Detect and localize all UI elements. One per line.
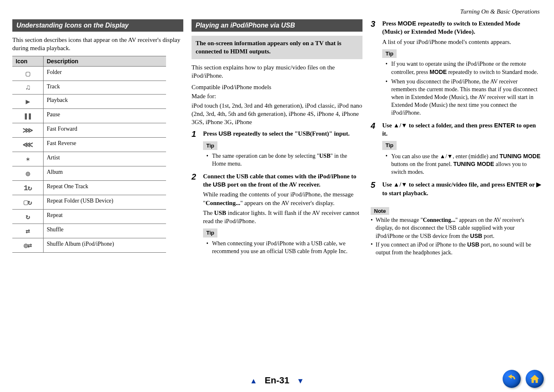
table-row: ⋙Fast Forward xyxy=(12,123,166,137)
step-number-1: 1 xyxy=(192,129,199,170)
shuffle-icon: ⇄ xyxy=(12,224,43,238)
step-2-sub-1: While reading the contents of your iPod/… xyxy=(203,190,362,207)
cell-desc: Pause xyxy=(43,108,166,123)
back-arrow-icon xyxy=(506,374,517,384)
next-page-icon[interactable]: ▼ xyxy=(297,377,304,385)
cell-desc: Track xyxy=(43,81,166,94)
track-icon: ♫ xyxy=(12,81,43,94)
tip-1-item: The same operation can be done by select… xyxy=(208,152,362,168)
icons-intro-text: This section describes icons that appear… xyxy=(12,36,183,53)
table-row: ⋘Fast Reverse xyxy=(12,137,166,152)
table-row: ✶Artist xyxy=(12,152,166,166)
step-1: 1 Press USB repeatedly to select the "US… xyxy=(192,129,362,170)
step-3-text: Press MODE repeatedly to switch to Exten… xyxy=(382,19,542,36)
tip-label: Tip xyxy=(203,228,217,238)
tip-label: Tip xyxy=(203,141,217,150)
table-row: ▶Playback xyxy=(12,94,166,108)
step-4-text: Use ▲/▼ to select a folder, and then pre… xyxy=(382,121,542,138)
table-row: ◍⇄Shuffle Album (iPod/iPhone) xyxy=(12,238,166,252)
column-2: Playing an iPod/iPhone via USB The on-sc… xyxy=(192,19,362,260)
note-item-2: If you connect an iPod or iPhone to the … xyxy=(371,241,542,257)
cell-desc: Repeat xyxy=(43,209,166,224)
step-2-text: Connect the USB cable that comes with th… xyxy=(203,172,362,189)
tip-label: Tip xyxy=(382,49,397,58)
table-row: ▢Folder xyxy=(12,66,166,81)
step-number-2: 2 xyxy=(192,172,199,257)
folder-icon: ▢ xyxy=(12,66,43,81)
shuffle-album-icon: ◍⇄ xyxy=(12,238,43,252)
step-3-sub: A list of your iPod/iPhone model's conte… xyxy=(382,38,542,46)
cell-desc: Artist xyxy=(43,152,166,166)
th-icon: Icon xyxy=(12,56,43,66)
tip-2-item: When connecting your iPod/iPhone with a … xyxy=(208,240,362,256)
icons-table: Icon Description ▢Folder ♫Track ▶Playbac… xyxy=(12,56,166,253)
page-footer: ▲ En-31 ▼ xyxy=(0,375,554,386)
step-number-4: 4 xyxy=(371,121,378,178)
step-5: 5 Use ▲/▼ to select a music/video file, … xyxy=(371,180,542,197)
cell-desc: Fast Reverse xyxy=(43,137,166,152)
hdmi-callout: The on-screen information appears only o… xyxy=(192,36,362,59)
artist-icon: ✶ xyxy=(12,152,43,166)
note-label: Note xyxy=(371,207,389,215)
cell-desc: Shuffle Album (iPod/iPhone) xyxy=(43,238,166,252)
ipod-intro-3: Made for: xyxy=(192,92,362,100)
step-3: 3 Press MODE repeatedly to switch to Ext… xyxy=(371,19,542,119)
ipod-intro-4: iPod touch (1st, 2nd, 3rd and 4th genera… xyxy=(192,101,362,127)
ipod-intro-1: This section explains how to play music/… xyxy=(192,63,362,80)
table-row: ❚❚Pause xyxy=(12,108,166,123)
back-button[interactable] xyxy=(503,370,521,388)
cell-desc: Folder xyxy=(43,66,166,81)
cell-desc: Album xyxy=(43,166,166,180)
ipod-intro-2: Compatible iPod/iPhone models xyxy=(192,83,362,91)
cell-desc: Playback xyxy=(43,94,166,108)
note-item-1: While the message "Connecting..." appear… xyxy=(371,217,542,240)
repeat-folder-icon: ▢↻ xyxy=(12,195,43,209)
section-header-icons: Understanding Icons on the Display xyxy=(12,19,183,32)
repeat-icon: ↻ xyxy=(12,209,43,224)
header-breadcrumb: Turning On & Basic Operations xyxy=(12,8,542,15)
tip-4-item: You can also use the ▲/▼, enter (middle)… xyxy=(387,152,542,177)
column-1: Understanding Icons on the Display This … xyxy=(12,19,183,260)
tip-label: Tip xyxy=(382,141,397,150)
tip-3-list: If you want to operate using the iPod/iP… xyxy=(382,60,542,117)
home-button[interactable] xyxy=(526,370,544,388)
step-4: 4 Use ▲/▼ to select a folder, and then p… xyxy=(371,121,542,178)
fast-forward-icon: ⋙ xyxy=(12,123,43,137)
cell-desc: Shuffle xyxy=(43,224,166,238)
repeat-one-icon: 1↻ xyxy=(12,180,43,195)
tip-2-list: When connecting your iPod/iPhone with a … xyxy=(203,240,362,256)
section-header-ipod: Playing an iPod/iPhone via USB xyxy=(192,19,362,32)
table-row: ⇄Shuffle xyxy=(12,224,166,238)
table-row: ▢↻Repeat Folder (USB Device) xyxy=(12,195,166,209)
cell-desc: Repeat Folder (USB Device) xyxy=(43,195,166,209)
step-1-text: Press USB repeatedly to select the "USB(… xyxy=(203,129,362,138)
table-row: ↻Repeat xyxy=(12,209,166,224)
prev-page-icon[interactable]: ▲ xyxy=(250,377,257,385)
note-list: While the message "Connecting..." appear… xyxy=(371,217,542,257)
page-number: En-31 xyxy=(265,375,289,385)
table-row: ◍Album xyxy=(12,166,166,180)
step-2-sub-2: The USB indicator lights. It will flash … xyxy=(203,209,362,226)
tip-3-item-1: If you want to operate using the iPod/iP… xyxy=(387,60,542,76)
playback-icon: ▶ xyxy=(12,94,43,108)
fast-reverse-icon: ⋘ xyxy=(12,137,43,152)
tip-4-list: You can also use the ▲/▼, enter (middle)… xyxy=(382,152,542,177)
step-2: 2 Connect the USB cable that comes with … xyxy=(192,172,362,257)
step-number-3: 3 xyxy=(371,19,378,119)
album-icon: ◍ xyxy=(12,166,43,180)
step-number-5: 5 xyxy=(371,180,378,197)
cell-desc: Fast Forward xyxy=(43,123,166,137)
tip-3-item-2: When you disconnect the iPod/iPhone, the… xyxy=(387,78,542,117)
column-3: 3 Press MODE repeatedly to switch to Ext… xyxy=(371,19,542,260)
table-row: ♫Track xyxy=(12,81,166,94)
th-description: Description xyxy=(43,56,166,66)
home-icon xyxy=(529,374,540,384)
pause-icon: ❚❚ xyxy=(12,108,43,123)
table-row: 1↻Repeat One Track xyxy=(12,180,166,195)
tip-1-list: The same operation can be done by select… xyxy=(203,152,362,168)
cell-desc: Repeat One Track xyxy=(43,180,166,195)
step-5-text: Use ▲/▼ to select a music/video file, an… xyxy=(382,180,542,197)
